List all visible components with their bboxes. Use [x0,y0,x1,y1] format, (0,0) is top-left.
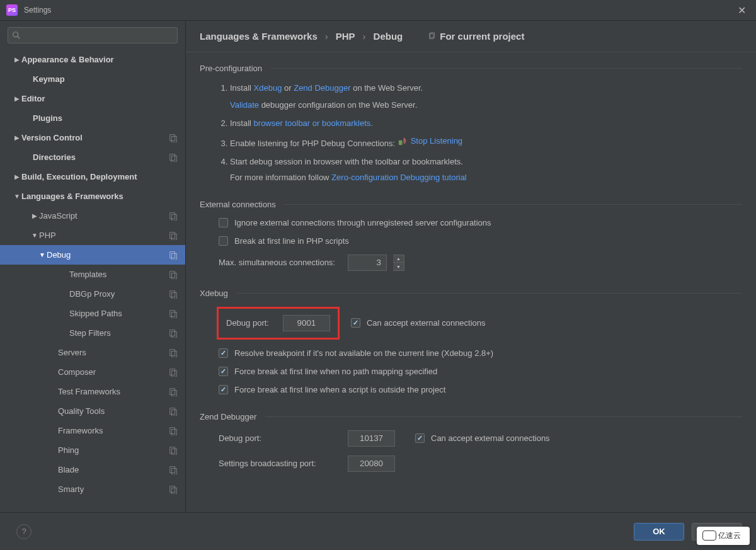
dialog-footer: ? OK Cancel [0,512,756,550]
resolve-breakpoint-checkbox[interactable] [219,348,228,358]
svg-rect-13 [171,273,176,279]
tree-item-phing[interactable]: Phing [0,440,185,460]
tree-item-label: Keymap [33,74,178,84]
zend-link[interactable]: Zend Debugger [294,83,350,93]
project-badge-icon [169,427,178,435]
chevron-icon: ▶ [13,95,21,102]
force-break-outside-checkbox[interactable] [219,385,228,394]
tree-item-keymap[interactable]: Keymap [0,69,185,89]
tree-item-step-filters[interactable]: Step Filters [0,323,185,343]
tree-item-label: Plugins [33,113,178,123]
preconfig-list: Install Xdebug or Zend Debugger on the W… [200,82,742,169]
spinner-buttons[interactable]: ▲▼ [393,255,404,271]
xdebug-accept-external-checkbox[interactable] [351,318,360,328]
tree-item-quality-tools[interactable]: Quality Tools [0,401,185,421]
tree-item-javascript[interactable]: ▶JavaScript [0,206,185,226]
svg-line-1 [18,37,20,39]
checkbox-label: Ignore external connections through unre… [234,218,491,227]
zend-accept-external-checkbox[interactable] [415,433,425,443]
project-badge-icon [169,290,178,299]
checkbox-label: Can accept external connections [431,433,550,443]
tree-item-frameworks[interactable]: Frameworks [0,421,185,440]
tree-item-servers[interactable]: Servers [0,343,185,362]
svg-rect-23 [171,370,176,377]
zend-port-input[interactable] [348,430,395,447]
sidebar: ▶Appearance & BehaviorKeymap▶EditorPlugi… [0,21,186,512]
tree-item-templates[interactable]: Templates [0,265,185,284]
tree-item-test-frameworks[interactable]: Test Frameworks [0,382,185,401]
svg-rect-8 [170,232,175,238]
project-badge-icon [169,466,178,474]
section-title: Pre-configuration [200,64,262,73]
svg-rect-7 [171,214,176,221]
tree-item-plugins[interactable]: Plugins [0,108,185,128]
tree-item-directories[interactable]: Directories [0,147,185,167]
svg-rect-4 [170,154,175,160]
svg-rect-16 [170,310,175,316]
zend-port-label: Debug port: [219,433,335,443]
settings-tree: ▶Appearance & BehaviorKeymap▶EditorPlugi… [0,50,185,512]
break-first-line-checkbox[interactable] [219,236,228,246]
copy-icon [428,32,436,40]
chevron-icon: ▶ [13,56,21,63]
tree-item-label: Quality Tools [58,406,169,416]
svg-rect-18 [170,329,175,336]
xdebug-port-highlight: Debug port: [217,307,340,340]
tree-item-label: Version Control [21,133,169,142]
titlebar: PS Settings ✕ [0,0,756,21]
chevron-icon: ▼ [30,232,39,239]
tree-item-version-control[interactable]: ▶Version Control [0,128,185,147]
svg-rect-38 [399,140,403,146]
tree-item-label: Test Frameworks [58,387,169,396]
listening-icon [398,137,407,146]
section-title: Zend Debugger [200,412,256,421]
tree-item-languages-frameworks[interactable]: ▼Languages & Frameworks [0,186,185,206]
close-button[interactable]: ✕ [734,3,750,18]
tree-item-label: Editor [21,94,178,103]
toolbar-link[interactable]: browser toolbar or bookmarklets. [254,118,373,128]
ok-button[interactable]: OK [634,523,684,541]
tree-item-php[interactable]: ▼PHP [0,226,185,245]
tree-item-build-execution-deployment[interactable]: ▶Build, Execution, Deployment [0,167,185,186]
project-badge-icon [169,309,178,318]
svg-rect-3 [171,136,176,142]
svg-rect-6 [170,212,175,219]
chevron-icon: ▼ [38,251,47,258]
project-badge-icon [169,153,178,162]
search-input[interactable] [8,27,178,43]
tree-item-label: JavaScript [39,211,169,221]
broadcast-port-input[interactable] [348,455,395,472]
force-break-nopath-checkbox[interactable] [219,367,228,376]
svg-rect-26 [170,408,175,414]
stop-listening-link[interactable]: Stop Listening [411,135,462,148]
content-pane: Languages & Frameworks › PHP › Debug For… [186,21,756,512]
svg-rect-31 [171,449,176,455]
help-button[interactable]: ? [16,524,32,539]
tree-item-editor[interactable]: ▶Editor [0,89,185,108]
breadcrumb-part[interactable]: PHP [336,31,355,42]
tree-item-label: Skipped Paths [69,309,169,318]
breadcrumb-part[interactable]: Languages & Frameworks [200,31,318,42]
svg-rect-9 [171,234,176,240]
ignore-external-checkbox[interactable] [219,218,228,227]
xdebug-port-input[interactable] [283,315,330,331]
tree-item-label: Blade [58,465,169,474]
tree-item-label: Languages & Frameworks [21,192,178,201]
checkbox-label: Can accept external connections [367,318,486,328]
max-conn-input[interactable] [348,255,387,271]
tree-item-composer[interactable]: Composer [0,362,185,382]
tutorial-link[interactable]: Zero-configuration Debugging tutorial [331,173,467,182]
tree-item-debug[interactable]: ▼Debug [0,245,185,265]
tree-item-smarty[interactable]: Smarty [0,479,185,499]
xdebug-link[interactable]: Xdebug [254,83,282,93]
tree-item-dbgp-proxy[interactable]: DBGp Proxy [0,284,185,304]
svg-rect-30 [170,447,175,453]
validate-link[interactable]: Validate [230,100,259,110]
project-badge-icon [169,251,178,260]
project-badge-icon [169,348,178,357]
tree-item-blade[interactable]: Blade [0,460,185,479]
tree-item-skipped-paths[interactable]: Skipped Paths [0,304,185,323]
tree-item-appearance-behavior[interactable]: ▶Appearance & Behavior [0,50,185,69]
window-title: Settings [24,6,734,14]
project-badge-icon [169,368,178,377]
